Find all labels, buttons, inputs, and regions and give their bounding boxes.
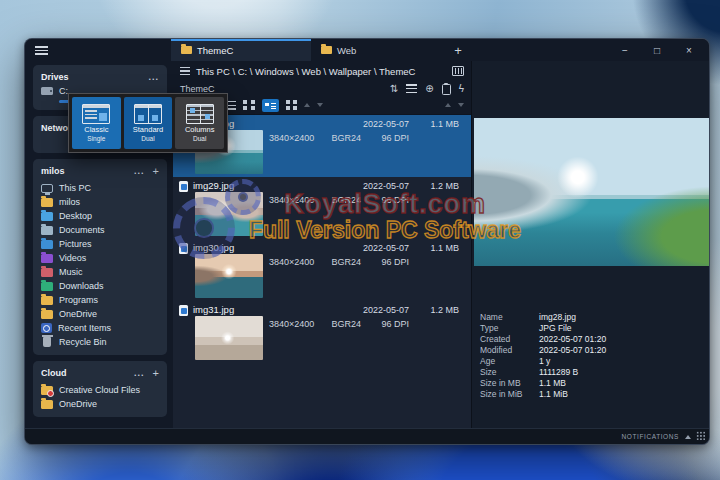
file-date: 2022-05-07 bbox=[363, 305, 409, 315]
detail-row: Age 1 y bbox=[480, 355, 705, 366]
file-name: img30.jpg bbox=[193, 242, 234, 253]
sidebar-item-icon bbox=[41, 240, 53, 249]
sidebar-item[interactable]: Videos bbox=[41, 251, 159, 265]
lightning-icon[interactable]: ϟ bbox=[459, 84, 464, 94]
sidebar-item-icon bbox=[41, 268, 53, 277]
sidebar-item[interactable]: milos bbox=[41, 195, 159, 209]
file-date: 2022-05-07 bbox=[363, 181, 409, 191]
checklist-icon[interactable] bbox=[406, 84, 417, 93]
view-mode-name: Classic bbox=[84, 126, 108, 134]
file-row[interactable]: img29.jpg 2022-05-07 1.2 MB 3840×2400 BG… bbox=[173, 177, 471, 239]
sidebar-item[interactable]: Music bbox=[41, 265, 159, 279]
sidebar-item-icon bbox=[41, 212, 53, 221]
hamburger-lines bbox=[35, 46, 48, 55]
sidebar-item-icon bbox=[41, 254, 53, 263]
sidebar-item[interactable]: Recycle Bin bbox=[41, 335, 159, 349]
notifications-label[interactable]: NOTIFICATIONS bbox=[621, 433, 679, 440]
resize-grip[interactable] bbox=[696, 431, 706, 441]
sidebar-item[interactable]: This PC bbox=[41, 181, 159, 195]
preview-pane: Name img28.jpg Type JPG File Created 202… bbox=[471, 61, 709, 428]
chevron-up-icon[interactable] bbox=[304, 103, 310, 107]
file-date: 2022-05-07 bbox=[363, 243, 409, 253]
tab-strip: ThemeC Web bbox=[171, 39, 397, 61]
sidebar-item[interactable]: Recent Items bbox=[41, 321, 159, 335]
section-title-cloud: Cloud bbox=[41, 368, 67, 378]
sidebar-item[interactable]: OneDrive bbox=[41, 307, 159, 321]
sidebar-item-label: Desktop bbox=[59, 211, 92, 221]
details-view-icon[interactable] bbox=[262, 99, 279, 112]
detail-value: 1.1 MB bbox=[539, 378, 566, 388]
detail-value: img28.jpg bbox=[539, 312, 576, 322]
sidebar-item[interactable]: Programs bbox=[41, 293, 159, 307]
drive-label: C: bbox=[59, 86, 68, 96]
sidebar-item-label: Videos bbox=[59, 253, 86, 263]
file-row[interactable]: img31.jpg 2022-05-07 1.2 MB 3840×2400 BG… bbox=[173, 301, 471, 363]
section-add-button[interactable]: + bbox=[153, 367, 159, 379]
columns-panel-icon[interactable] bbox=[452, 66, 464, 76]
tab[interactable]: Web bbox=[311, 39, 397, 61]
section-add-button[interactable]: + bbox=[153, 165, 159, 177]
file-manager-window: ThemeC Web + − □ × Drives ... bbox=[24, 38, 710, 445]
sidebar-item[interactable]: Documents bbox=[41, 223, 159, 237]
detail-row: Size 1111289 B bbox=[480, 366, 705, 377]
view-mode-icon bbox=[186, 104, 214, 124]
chevron-down-icon[interactable] bbox=[317, 103, 323, 107]
detail-row: Size in MiB 1.1 MiB bbox=[480, 388, 705, 399]
image-file-icon bbox=[179, 181, 188, 192]
view-mode-popup: Classic Single Standard Dual Columns Dua… bbox=[68, 93, 228, 153]
file-date: 2022-05-07 bbox=[363, 119, 409, 129]
view-mode-option[interactable]: Classic Single bbox=[72, 97, 121, 149]
file-row[interactable]: img30.jpg 2022-05-07 1.1 MB 3840×2400 BG… bbox=[173, 239, 471, 301]
grid-view-icon[interactable] bbox=[286, 100, 297, 110]
desktop-wallpaper: { "window": { "pane_title": "ThemeC", "n… bbox=[0, 0, 720, 480]
chevron-up-icon[interactable] bbox=[445, 103, 451, 107]
sidebar-item[interactable]: OneDrive bbox=[41, 397, 159, 411]
new-tab-button[interactable]: + bbox=[445, 39, 471, 61]
breadcrumb[interactable]: This PC \ C: \ Windows \ Web \ Wallpaper… bbox=[196, 66, 415, 77]
sidebar-item[interactable]: Desktop bbox=[41, 209, 159, 223]
folder-icon bbox=[181, 46, 192, 54]
image-file-icon bbox=[179, 243, 188, 254]
tab-label: ThemeC bbox=[197, 45, 233, 56]
tab[interactable]: ThemeC bbox=[171, 39, 311, 61]
view-mode-option[interactable]: Standard Dual bbox=[124, 97, 173, 149]
sidebar-item-icon bbox=[41, 226, 53, 235]
close-button[interactable]: × bbox=[673, 39, 705, 61]
sidebar-item-label: OneDrive bbox=[59, 309, 97, 319]
file-thumbnail bbox=[195, 254, 263, 298]
window-controls: − □ × bbox=[609, 39, 705, 61]
section-menu-button[interactable]: ... bbox=[134, 166, 145, 176]
sidebar-item-icon bbox=[41, 310, 53, 319]
view-mode-sub: Single bbox=[87, 135, 105, 142]
section-title-user: milos bbox=[41, 166, 65, 176]
pane-title: ThemeC bbox=[180, 84, 215, 94]
section-menu-button[interactable]: ... bbox=[148, 72, 159, 82]
menu-icon[interactable] bbox=[35, 45, 49, 55]
detail-label: Type bbox=[480, 323, 539, 333]
sidebar-item[interactable]: Creative Cloud Files bbox=[41, 383, 159, 397]
detail-label: Size bbox=[480, 367, 539, 377]
chevron-down-icon[interactable] bbox=[458, 103, 464, 107]
detail-row: Created 2022-05-07 01:20 bbox=[480, 333, 705, 344]
breadcrumb-menu-icon[interactable] bbox=[180, 67, 190, 75]
notifications-chevron-icon[interactable] bbox=[685, 435, 691, 439]
detail-row: Type JPG File bbox=[480, 322, 705, 333]
sidebar-item-icon bbox=[41, 386, 53, 395]
sidebar-item-label: OneDrive bbox=[59, 399, 97, 409]
tiles-view-icon[interactable] bbox=[243, 100, 255, 110]
file-details: Name img28.jpg Type JPG File Created 202… bbox=[480, 311, 705, 399]
detail-value: 1.1 MiB bbox=[539, 389, 568, 399]
sidebar-item-icon bbox=[41, 282, 53, 291]
add-circle-icon[interactable]: ⊕ bbox=[425, 84, 433, 94]
paste-icon[interactable] bbox=[442, 84, 451, 95]
sort-icon[interactable]: ⇅ bbox=[390, 84, 398, 94]
sidebar-item[interactable]: Pictures bbox=[41, 237, 159, 251]
sidebar-item[interactable]: Downloads bbox=[41, 279, 159, 293]
file-dimensions: 3840×2400 bbox=[269, 195, 314, 205]
maximize-button[interactable]: □ bbox=[641, 39, 673, 61]
sidebar-item-label: Documents bbox=[59, 225, 105, 235]
view-mode-option[interactable]: Columns Dual bbox=[175, 97, 224, 149]
minimize-button[interactable]: − bbox=[609, 39, 641, 61]
section-menu-button[interactable]: ... bbox=[134, 368, 145, 378]
detail-value: 2022-05-07 01:20 bbox=[539, 334, 606, 344]
